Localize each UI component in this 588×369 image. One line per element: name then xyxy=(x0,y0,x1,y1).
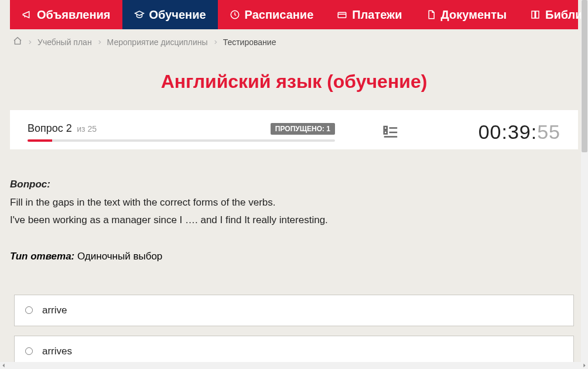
breadcrumb-link[interactable]: Мероприятие дисциплины xyxy=(107,37,208,47)
question-area: Вопрос: Fill in the gaps in the text wit… xyxy=(10,149,578,362)
nav-label: Документы xyxy=(441,8,507,22)
nav-documents[interactable]: Документы xyxy=(414,0,518,29)
nav-library[interactable]: Библиотека xyxy=(518,0,588,29)
chevron-right-icon xyxy=(27,37,33,47)
answer-type: Тип ответа: Одиночный выбор xyxy=(10,251,578,262)
nav-announcements[interactable]: Объявления xyxy=(10,0,122,29)
breadcrumb-link[interactable]: Учебный план xyxy=(37,37,92,47)
nav-label: Платежи xyxy=(352,8,402,22)
options-list: arrive arrives xyxy=(10,295,578,362)
question-text-line: I've been working as a manager since I …… xyxy=(10,213,578,228)
option-radio[interactable] xyxy=(25,347,33,355)
option-label: arrives xyxy=(42,346,72,357)
progress-bar xyxy=(28,139,335,142)
home-icon[interactable] xyxy=(13,36,22,47)
book-icon xyxy=(530,9,541,20)
payment-icon xyxy=(337,9,347,20)
option-row[interactable]: arrive xyxy=(14,295,574,326)
document-icon xyxy=(426,9,436,20)
main-nav: Объявления Обучение Расписание Платежи xyxy=(10,0,578,29)
question-list-icon[interactable] xyxy=(382,124,399,141)
svg-rect-4 xyxy=(384,131,387,134)
progress-bar-fill xyxy=(28,139,52,142)
question-text-line: Fill in the gaps in the text with the co… xyxy=(10,195,578,210)
timer: 00:39:55 xyxy=(478,121,560,144)
nav-payments[interactable]: Платежи xyxy=(325,0,413,29)
option-row[interactable]: arrives xyxy=(14,336,574,362)
scroll-left-button[interactable] xyxy=(0,362,7,369)
option-label: arrive xyxy=(42,305,67,316)
skipped-badge: ПРОПУЩЕНО: 1 xyxy=(271,123,335,135)
chevron-right-icon xyxy=(213,37,218,47)
chevron-right-icon xyxy=(97,37,102,47)
graduation-icon xyxy=(134,9,145,20)
svg-rect-1 xyxy=(339,12,347,18)
breadcrumb: Учебный план Мероприятие дисциплины Тест… xyxy=(10,29,578,54)
nav-schedule[interactable]: Расписание xyxy=(218,0,326,29)
progress-card: Вопрос 2 из 25 ПРОПУЩЕНО: 1 00:39:55 xyxy=(10,110,578,149)
scrollbar-track[interactable] xyxy=(14,362,574,369)
nav-label: Объявления xyxy=(37,8,111,22)
horizontal-scrollbar[interactable] xyxy=(0,362,588,369)
option-radio[interactable] xyxy=(25,306,33,314)
nav-label: Расписание xyxy=(245,8,314,22)
svg-point-0 xyxy=(231,11,239,19)
breadcrumb-current: Тестирование xyxy=(223,37,276,47)
answer-type-label: Тип ответа: xyxy=(10,251,74,262)
nav-label: Обучение xyxy=(149,8,206,22)
clock-icon xyxy=(230,9,240,20)
page-title: Английский язык (обучение) xyxy=(10,71,578,93)
nav-learning[interactable]: Обучение xyxy=(122,0,218,29)
question-total: из 25 xyxy=(77,124,97,134)
question-number: Вопрос 2 xyxy=(28,122,72,134)
svg-rect-2 xyxy=(384,127,387,129)
scrollbar-thumb[interactable] xyxy=(582,0,587,152)
megaphone-icon xyxy=(22,9,32,20)
answer-type-value: Одиночный выбор xyxy=(77,251,162,262)
scroll-right-button[interactable] xyxy=(581,362,588,369)
vertical-scrollbar[interactable] xyxy=(581,0,588,362)
question-heading: Вопрос: xyxy=(10,179,578,190)
